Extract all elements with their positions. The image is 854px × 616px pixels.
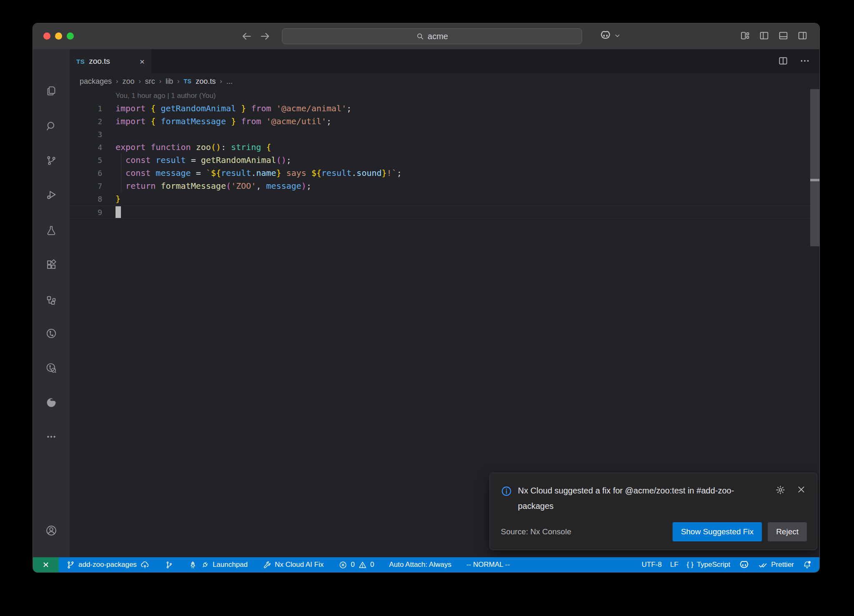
notification-close-icon[interactable]	[796, 485, 806, 494]
notifications-bell[interactable]	[798, 557, 816, 572]
remote-indicator[interactable]	[33, 557, 59, 572]
breadcrumb-zoo[interactable]: zoo	[122, 77, 134, 86]
status-bar: add-zoo-packages Launchpad Nx Cloud AI F…	[33, 557, 819, 572]
formatter-label: Prettier	[771, 561, 794, 569]
screenshot: acme	[0, 0, 854, 616]
line-number: 4	[70, 141, 102, 154]
code-line[interactable]: 9	[70, 205, 819, 218]
language-status[interactable]: { } TypeScript	[683, 557, 734, 572]
notification-toast: Nx Cloud suggested a fix for @acme/zoo:t…	[490, 473, 817, 550]
vim-block-cursor	[116, 206, 121, 218]
code-line[interactable]: 2import { formatMessage } from '@acme/ut…	[70, 115, 819, 128]
launchpad-status[interactable]: Launchpad	[184, 557, 252, 572]
code-line[interactable]: 1import { getRandomAnimal } from '@acme/…	[70, 102, 819, 115]
edge-devtools-icon[interactable]	[45, 397, 57, 408]
eol-label: LF	[670, 561, 678, 569]
breadcrumb-src[interactable]: src	[145, 77, 155, 86]
code-text: const result = getRandomAnimal();	[102, 154, 291, 167]
code-line[interactable]: 8}	[70, 193, 819, 205]
chevron-right-icon: ›	[159, 78, 161, 85]
line-number: 6	[70, 167, 102, 180]
search-view-icon[interactable]	[45, 120, 57, 132]
auto-attach-status[interactable]: Auto Attach: Always	[385, 557, 455, 572]
code-text: }	[102, 193, 121, 205]
code-line[interactable]: 5 const result = getRandomAnimal();	[70, 154, 819, 167]
customize-layout-icon[interactable]	[740, 30, 750, 41]
editor-scrollbar[interactable]	[810, 89, 819, 246]
code-line[interactable]: 3	[70, 128, 819, 141]
chevron-right-icon: ›	[116, 78, 118, 85]
encoding-label: UTF-8	[642, 561, 662, 569]
source-control-icon[interactable]	[46, 155, 57, 166]
auto-attach-label: Auto Attach: Always	[389, 561, 451, 569]
notification-settings-gear-icon[interactable]	[775, 485, 786, 495]
show-suggested-fix-button[interactable]: Show Suggested Fix	[673, 522, 762, 541]
line-number: 8	[70, 193, 102, 205]
gitlens-icon[interactable]	[45, 328, 57, 339]
problems-status[interactable]: 0 0	[334, 557, 378, 572]
eol-status[interactable]: LF	[666, 557, 683, 572]
chevron-right-icon: ›	[220, 78, 222, 85]
toggle-secondary-sidebar-icon[interactable]	[797, 30, 808, 41]
split-editor-icon[interactable]	[778, 55, 789, 66]
run-debug-icon[interactable]	[45, 189, 57, 201]
code-text: import { getRandomAnimal } from '@acme/a…	[102, 102, 352, 115]
git-branch-icon	[66, 561, 75, 569]
errors-icon	[339, 561, 347, 569]
breadcrumb-overflow[interactable]: ...	[226, 77, 233, 86]
tab-close-icon[interactable]: ×	[140, 57, 145, 66]
formatter-status[interactable]: Prettier	[754, 557, 798, 572]
reject-button[interactable]: Reject	[768, 522, 807, 541]
gitlens-inspect-icon[interactable]	[45, 362, 57, 374]
minimize-window-button[interactable]	[55, 33, 62, 40]
language-label: TypeScript	[697, 561, 730, 569]
back-arrow-icon[interactable]	[241, 30, 252, 42]
error-count: 0	[351, 561, 354, 569]
command-center-search[interactable]: acme	[282, 28, 582, 44]
double-check-icon	[758, 560, 768, 570]
line-number: 1	[70, 102, 102, 115]
search-value: acme	[428, 32, 448, 41]
launchpad-label: Launchpad	[213, 561, 248, 569]
toggle-panel-icon[interactable]	[778, 30, 789, 41]
testing-icon[interactable]	[46, 225, 57, 236]
breadcrumb-file[interactable]: zoo.ts	[196, 77, 216, 86]
code-line[interactable]: 6 const message = `${result.name} says $…	[70, 167, 819, 180]
additional-views-icon[interactable]	[46, 431, 57, 442]
vscode-window: acme	[33, 23, 820, 573]
accounts-icon[interactable]	[45, 524, 58, 537]
toggle-primary-sidebar-icon[interactable]	[759, 30, 769, 41]
maximize-window-button[interactable]	[67, 33, 74, 40]
braces-icon: { }	[687, 561, 693, 569]
warnings-icon	[358, 561, 367, 569]
code-line[interactable]: 4export function zoo(): string {	[70, 141, 819, 154]
commit-graph-icon	[165, 561, 173, 569]
more-actions-icon[interactable]	[799, 55, 810, 66]
activity-bar	[33, 49, 70, 557]
copilot-menu-button[interactable]	[599, 29, 620, 42]
copilot-status[interactable]	[734, 557, 754, 572]
nx-fix-label: Nx Cloud AI Fix	[275, 561, 324, 569]
nx-cloud-fix-status[interactable]: Nx Cloud AI Fix	[259, 557, 328, 572]
extensions-icon[interactable]	[46, 259, 57, 270]
vim-mode-status[interactable]: -- NORMAL --	[462, 557, 514, 572]
forward-arrow-icon[interactable]	[259, 30, 271, 42]
explorer-icon[interactable]	[46, 85, 57, 97]
chevron-down-icon	[614, 33, 620, 39]
notification-source: Source: Nx Console	[501, 527, 571, 536]
git-branch-status[interactable]: add-zoo-packages	[62, 557, 154, 572]
breadcrumb-lib[interactable]: lib	[166, 77, 173, 86]
code-line[interactable]: 7 return formatMessage('ZOO', message);	[70, 180, 819, 193]
nx-console-icon[interactable]	[45, 295, 57, 306]
commit-graph-status[interactable]	[161, 557, 178, 572]
tab-label: zoo.ts	[89, 57, 110, 66]
close-window-button[interactable]	[43, 33, 50, 40]
line-number: 3	[70, 128, 102, 141]
breadcrumb-packages[interactable]: packages	[80, 77, 112, 86]
tab-zoo-ts[interactable]: TS zoo.ts ×	[70, 49, 151, 73]
plug-icon	[199, 558, 211, 571]
line-number: 9	[70, 206, 102, 218]
code-text: const message = `${result.name} says ${r…	[102, 167, 402, 180]
encoding-status[interactable]: UTF-8	[638, 557, 666, 572]
warning-count: 0	[370, 561, 374, 569]
